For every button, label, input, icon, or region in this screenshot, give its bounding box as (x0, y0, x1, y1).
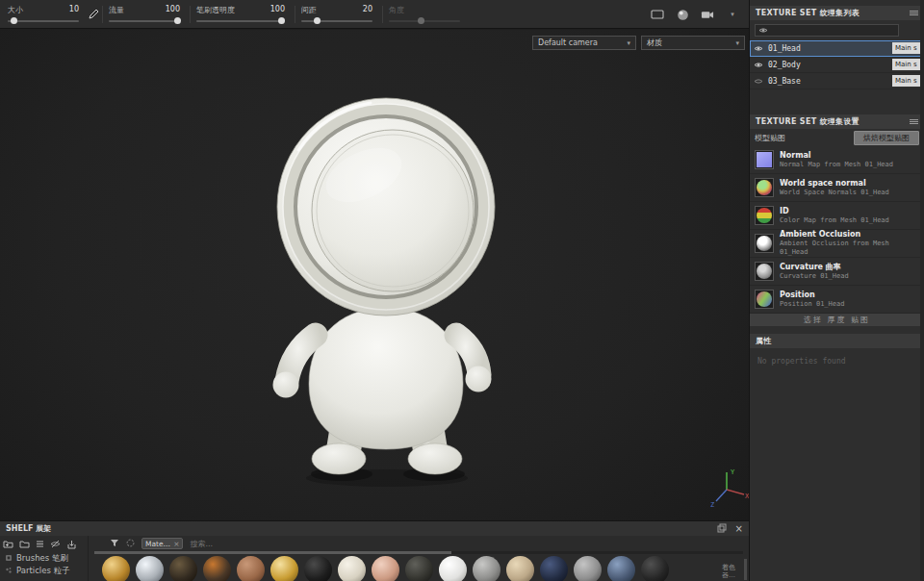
material-sphere-dark-bronze[interactable] (169, 556, 197, 581)
map-title: Normal (780, 151, 893, 161)
material-sphere-chrome[interactable] (136, 556, 164, 581)
filter-circle-icon[interactable] (126, 539, 135, 549)
folder-icon[interactable] (19, 540, 30, 550)
texture-set-list-title: TEXTURE SET 纹理集列表 (756, 8, 860, 18)
brush-opacity-group: 笔刷透明度 100 (192, 3, 293, 26)
material-sphere-clay[interactable] (237, 556, 265, 581)
shelf-side-label-top: 着色 (722, 564, 735, 571)
remove-filter-icon[interactable]: × (173, 540, 179, 548)
axis-gizmo[interactable]: Y X Z (707, 465, 749, 509)
mesh-map-row-id[interactable]: ID Color Map from Mesh 01_Head (750, 202, 924, 230)
3d-viewport[interactable]: Default camera ▾ 材质 ▾ (0, 30, 749, 520)
material-sphere-salmon[interactable] (372, 556, 399, 581)
material-sphere-black-gloss[interactable] (304, 556, 332, 581)
material-sphere-dark-gloss[interactable] (641, 556, 669, 581)
texture-set-row-head[interactable]: 01_Head Main s (750, 40, 924, 57)
toolbar-separator (190, 6, 191, 23)
camera-select[interactable]: Default camera ▾ (532, 36, 636, 50)
material-sphere-icon[interactable] (676, 8, 689, 21)
material-sphere-navy-sparkle[interactable] (540, 556, 568, 581)
material-sphere-sand[interactable] (506, 556, 534, 581)
chevron-down-icon[interactable]: ▾ (726, 8, 739, 21)
material-sphere-gold[interactable] (102, 556, 130, 581)
mesh-map-row-normal[interactable]: Normal Normal Map from Mesh 01_Head (750, 146, 924, 174)
brush-spacing-value: 20 (363, 5, 372, 14)
shelf-search-input[interactable] (190, 540, 276, 548)
visibility-eye-off-icon[interactable] (754, 78, 763, 85)
shelf-vertical-scrollbar[interactable] (744, 559, 747, 580)
texture-set-row-body[interactable]: 02_Body Main s (750, 57, 924, 73)
material-sphere-autumn-leaf[interactable] (203, 556, 231, 581)
map-title: World space normal (780, 179, 889, 189)
mesh-map-row-world-space-normal[interactable]: World space normal World Space Normals 0… (750, 174, 924, 202)
brush-angle-slider-handle (418, 17, 424, 24)
texture-set-name: 03_Base (768, 77, 801, 86)
panel-menu-icon[interactable] (910, 118, 918, 125)
brush-flow-slider-handle[interactable] (174, 17, 181, 24)
mesh-map-row-ambient-occlusion[interactable]: Ambient Occlusion Ambient Occlusion from… (750, 230, 924, 258)
visibility-eye-icon[interactable] (754, 62, 763, 68)
panel-scrollbar[interactable] (920, 0, 924, 581)
brushes-icon (5, 554, 13, 564)
material-sphere-charcoal[interactable] (405, 556, 433, 581)
eye-slash-icon[interactable] (50, 540, 61, 550)
detach-panel-icon[interactable] (717, 523, 727, 535)
chevron-down-icon: ▾ (735, 39, 739, 47)
brush-spacing-slider-handle[interactable] (314, 17, 321, 24)
brush-size-slider[interactable] (8, 20, 79, 22)
brush-angle-label: 角度 (389, 5, 404, 14)
texture-set-name: 02_Body (768, 61, 801, 69)
properties-empty-message: No properties found (750, 348, 924, 374)
brush-size-slider-handle[interactable] (11, 17, 17, 24)
shelf-sidebar: Brushes 笔刷 Particles 粒子 (0, 536, 89, 581)
import-resources-icon[interactable] (66, 540, 77, 551)
visibility-eye-icon[interactable] (754, 45, 763, 52)
brush-size-group: 大小 10 (4, 3, 87, 26)
id-map-thumbnail (755, 206, 774, 225)
panel-menu-icon[interactable] (910, 10, 918, 16)
character-model-render[interactable] (144, 73, 626, 506)
material-sphere-cream[interactable] (338, 556, 366, 581)
gizmo-y-label: Y (731, 468, 735, 476)
pencil-icon[interactable] (87, 9, 100, 19)
texture-set-name: 01_Head (768, 44, 801, 53)
new-folder-icon[interactable] (3, 540, 13, 550)
material-sphere-moon-rock[interactable] (574, 556, 602, 581)
texture-set-filter-input[interactable] (755, 24, 899, 37)
properties-header: 属性 (750, 334, 924, 348)
filter-tag-materials[interactable]: Mate… × (141, 538, 183, 549)
brush-opacity-slider-handle[interactable] (278, 17, 285, 24)
map-title: Position (780, 290, 844, 300)
list-view-icon[interactable] (36, 540, 44, 550)
toolbar-separator (102, 6, 103, 23)
brush-angle-slider (389, 20, 460, 22)
material-sphere-steel-blue[interactable] (607, 556, 635, 581)
bake-model-maps-button[interactable]: 烘焙模型贴图 (854, 131, 919, 145)
shelf-category-label: Brushes 笔刷 (16, 553, 68, 565)
material-sphere-white-gloss[interactable] (439, 556, 467, 581)
viewport-display-icon[interactable] (651, 8, 664, 21)
material-sphere-gray[interactable] (473, 556, 500, 581)
texture-set-list-header: TEXTURE SET 纹理集列表 (750, 6, 924, 20)
shelf-category-brushes[interactable]: Brushes 笔刷 (3, 552, 85, 565)
toolbar-separator (382, 6, 383, 23)
map-title: Curvature 曲率 (780, 263, 849, 272)
material-sphere-brass[interactable] (270, 556, 298, 581)
maps-footer-row[interactable]: 选择 厚度 贴图 (750, 314, 924, 326)
brush-spacing-group: 间距 20 (297, 3, 380, 26)
ambient-occlusion-thumbnail (755, 234, 774, 253)
brush-spacing-slider[interactable] (301, 20, 372, 22)
brush-flow-slider[interactable] (109, 20, 180, 22)
chevron-down-icon: ▾ (627, 39, 630, 47)
texture-set-row-base[interactable]: 03_Base Main s (750, 73, 924, 89)
filter-funnel-icon[interactable] (110, 539, 119, 549)
camera-icon[interactable] (701, 8, 714, 21)
shelf-horizontal-scrollbar[interactable] (94, 551, 743, 554)
close-panel-icon[interactable]: × (735, 523, 743, 534)
shelf-category-particles[interactable]: Particles 粒子 (3, 565, 85, 577)
mesh-map-row-position[interactable]: Position Position 01_Head (750, 286, 924, 314)
brush-opacity-slider[interactable] (196, 20, 285, 22)
material-mode-select[interactable]: 材质 ▾ (641, 36, 745, 50)
mesh-map-row-curvature[interactable]: Curvature 曲率 Curvature 01_Head (750, 258, 924, 286)
texture-set-settings-header: TEXTURE SET 纹理集设置 (750, 114, 924, 129)
